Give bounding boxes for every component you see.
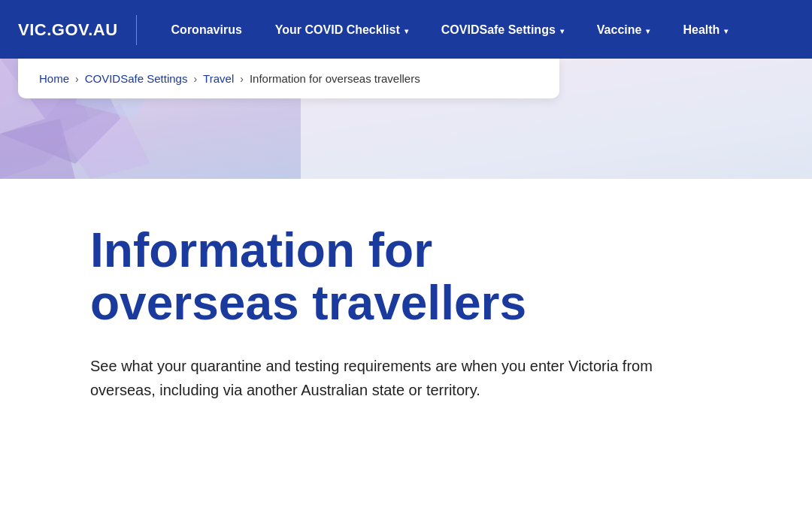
- nav-items: Coronavirus Your COVID Checklist ▾ COVID…: [155, 0, 794, 60]
- nav-divider: [136, 15, 137, 45]
- site-logo[interactable]: VIC.GOV.AU: [18, 20, 136, 40]
- chevron-down-icon: ▾: [560, 27, 564, 35]
- nav-item-vaccine[interactable]: Vaccine ▾: [580, 0, 667, 60]
- chevron-down-icon: ▾: [404, 27, 408, 35]
- breadcrumb-home[interactable]: Home: [39, 72, 69, 85]
- navbar: VIC.GOV.AU Coronavirus Your COVID Checkl…: [0, 0, 812, 60]
- main-content: Information for overseas travellers See …: [0, 179, 812, 447]
- nav-item-covidsafe-settings[interactable]: COVIDSafe Settings ▾: [425, 0, 580, 60]
- breadcrumb-separator: ›: [240, 73, 244, 85]
- breadcrumb-covidsafe-settings[interactable]: COVIDSafe Settings: [85, 72, 188, 85]
- breadcrumb-separator: ›: [75, 73, 79, 85]
- nav-item-coronavirus[interactable]: Coronavirus: [155, 0, 259, 60]
- breadcrumb: Home › COVIDSafe Settings › Travel › Inf…: [18, 59, 559, 98]
- page-title: Information for overseas travellers: [90, 224, 617, 330]
- chevron-down-icon: ▾: [724, 27, 728, 35]
- breadcrumb-travel[interactable]: Travel: [203, 72, 234, 85]
- page-description: See what your quarantine and testing req…: [90, 354, 692, 402]
- nav-item-health[interactable]: Health ▾: [666, 0, 744, 60]
- breadcrumb-separator: ›: [193, 73, 197, 85]
- nav-item-covid-checklist[interactable]: Your COVID Checklist ▾: [259, 0, 425, 60]
- chevron-down-icon: ▾: [646, 27, 650, 35]
- breadcrumb-current: Information for overseas travellers: [250, 72, 420, 85]
